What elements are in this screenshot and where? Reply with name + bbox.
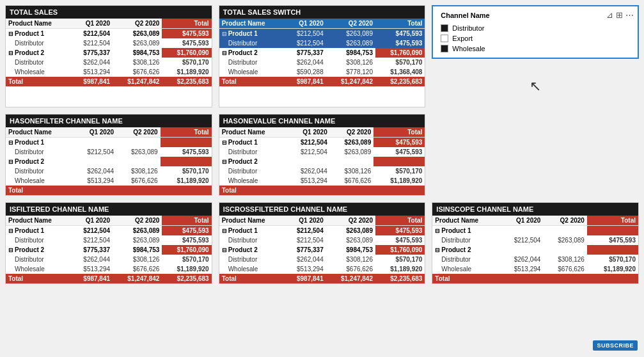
cell-total: [161, 186, 212, 195]
table-row: ⊟Product 1 $212,504 $263,089 $475,593: [219, 29, 425, 39]
cell-q2: $676,626: [330, 176, 374, 186]
table-row: ⊟Product 1 $212,504 $263,089 $475,593: [219, 226, 425, 236]
cell-total: $570,170: [162, 255, 211, 264]
cell-name: ⊟Product 2: [6, 245, 70, 255]
cell-q1: [499, 245, 544, 255]
cell-q1: $212,504: [73, 147, 117, 157]
col-total: Total: [162, 216, 211, 226]
cell-total: $2,235,683: [375, 77, 425, 86]
cell-q2: $308,126: [543, 255, 587, 264]
legend-box[interactable]: ⊿ ⊞ ⋯ Channel Name Distributor Export Wh…: [432, 5, 639, 59]
expand-icon[interactable]: ⊞: [616, 10, 623, 20]
cell-q2: $263,089: [113, 38, 162, 48]
cell-name: Distributor: [6, 255, 70, 264]
iscrossfiltered-widget: ISCROSSFILTERED CHANNEL NAME Product Nam…: [219, 202, 426, 284]
legend-item-distributor[interactable]: Distributor: [441, 24, 630, 32]
col-q1: Q1 2020: [284, 19, 326, 29]
cell-q2: $263,089: [116, 147, 161, 157]
cell-q1: $987,841: [70, 274, 113, 283]
col-q2: Q2 2020: [326, 19, 375, 29]
cell-q2: $263,089: [330, 138, 374, 148]
table-row: Distributor $262,044 $308,126 $570,170: [219, 58, 425, 67]
table-row: Distributor $262,044 $308,126 $570,170: [219, 255, 425, 264]
isfiltered-title: ISFILTERED CHANNEL NAME: [6, 203, 212, 216]
table-row: Total: [219, 186, 425, 195]
cell-total: $1,189,920: [375, 264, 425, 274]
cell-total: $475,593: [162, 38, 211, 48]
cell-q1: [286, 186, 330, 195]
cell-total: $1,189,920: [161, 176, 212, 186]
cell-total: $475,593: [162, 29, 211, 39]
cell-q1: $513,294: [286, 176, 330, 186]
cell-total: $475,593: [375, 29, 425, 39]
cell-total: $570,170: [162, 58, 211, 67]
subscribe-watermark[interactable]: SUBSCRIBE: [593, 340, 638, 351]
cell-q2: $1,247,842: [326, 77, 375, 86]
cell-q2: $308,126: [330, 166, 374, 176]
table-row: Distributor $212,504 $263,089 $475,593: [432, 235, 638, 245]
col-total: Total: [161, 127, 212, 138]
table-row: Wholesale $513,294 $676,626 $1,189,920: [219, 264, 425, 274]
cell-total: [587, 245, 638, 255]
isinscope-widget: ISINSCOPE CHANNEL NAME Product Name Q1 2…: [432, 202, 639, 284]
cell-total: $475,593: [162, 235, 211, 245]
filter-icon[interactable]: ⊿: [606, 10, 613, 20]
cell-total: $570,170: [375, 58, 425, 67]
cell-q2: [543, 245, 587, 255]
col-q1: Q1 2020: [70, 216, 113, 226]
middle-right-empty: [432, 114, 639, 196]
cell-q2: [543, 226, 587, 236]
cell-total: $570,170: [161, 166, 212, 176]
table-row: ⊟Product 2 $775,337 $984,753 $1,760,090: [6, 245, 212, 255]
col-product-name: Product Name: [219, 19, 284, 29]
cell-total: $475,593: [375, 226, 425, 236]
col-q2: Q2 2020: [326, 216, 375, 226]
cell-q1: $262,044: [70, 255, 113, 264]
cell-total: $1,189,920: [373, 176, 425, 186]
col-q2: Q2 2020: [543, 216, 587, 226]
cell-q2: $308,126: [326, 58, 375, 67]
cell-q2: $676,626: [113, 264, 162, 274]
iscrossfiltered-table: Product Name Q1 2020 Q2 2020 Total ⊟Prod…: [219, 216, 425, 283]
table-row: Distributor $212,504 $263,089 $475,593: [219, 38, 425, 48]
col-product-name: Product Name: [219, 216, 284, 226]
table-row: ⊟Product 2: [6, 157, 212, 166]
cell-q2: $1,247,842: [113, 274, 162, 283]
cell-q1: $513,294: [70, 264, 113, 274]
cell-total: $475,593: [373, 147, 425, 157]
cell-total: $1,760,090: [162, 245, 211, 255]
cell-name: Wholesale: [6, 67, 70, 77]
cell-name: Distributor: [6, 235, 70, 245]
table-row: Total: [432, 274, 638, 283]
col-q1: Q1 2020: [73, 127, 117, 138]
table-row: Distributor $212,504 $263,089 $475,593: [6, 147, 212, 157]
cell-q1: [73, 186, 117, 195]
cell-total: [373, 186, 425, 195]
legend-item-export[interactable]: Export: [441, 35, 630, 42]
cell-q2: $676,626: [113, 67, 162, 77]
cell-name: Total: [219, 77, 284, 86]
cell-total: $1,189,920: [162, 67, 211, 77]
cell-name: Total: [6, 186, 73, 195]
cell-q1: [499, 226, 544, 236]
legend-item-wholesale[interactable]: Wholesale: [441, 45, 630, 52]
legend-toolbar: ⊿ ⊞ ⋯: [606, 10, 634, 20]
cell-q2: [116, 186, 161, 195]
col-total: Total: [375, 216, 425, 226]
cell-total: $570,170: [375, 255, 425, 264]
col-q2: Q2 2020: [330, 127, 374, 138]
table-row: Wholesale $590,288 $778,120 $1,368,408: [219, 67, 425, 77]
cell-q2: [116, 157, 161, 166]
col-product-name: Product Name: [432, 216, 499, 226]
table-row: Total: [6, 186, 212, 195]
cell-name: Distributor: [219, 147, 287, 157]
cell-q2: $263,089: [326, 235, 375, 245]
cell-total: [587, 274, 638, 283]
cell-name: ⊟Product 1: [6, 138, 73, 148]
cell-q2: $263,089: [113, 235, 162, 245]
cell-q1: $987,841: [70, 77, 113, 86]
cell-total: $2,235,683: [375, 274, 425, 283]
cell-name: Wholesale: [219, 264, 284, 274]
more-icon[interactable]: ⋯: [625, 10, 634, 20]
cell-q2: $676,626: [116, 176, 161, 186]
